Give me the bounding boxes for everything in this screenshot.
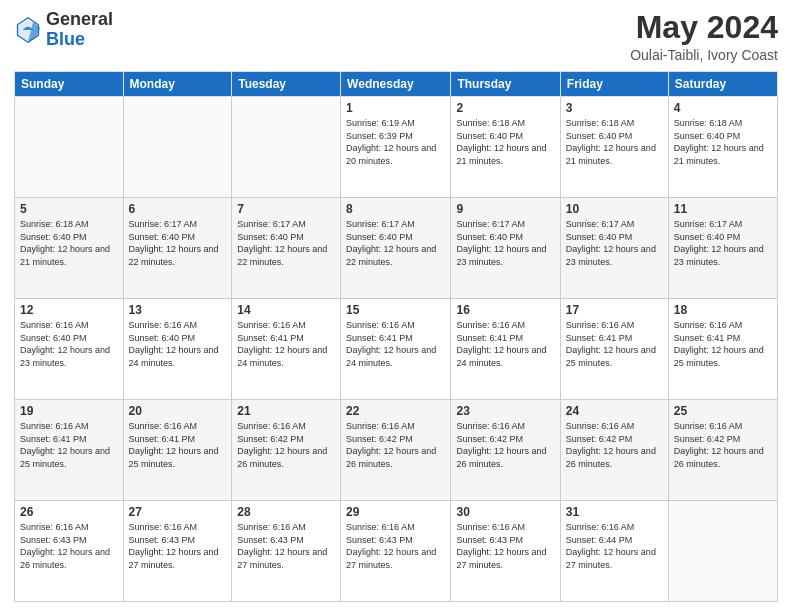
day-number: 6 [129,202,227,216]
day-cell: 16Sunrise: 6:16 AMSunset: 6:41 PMDayligh… [451,299,560,400]
day-cell: 28Sunrise: 6:16 AMSunset: 6:43 PMDayligh… [232,501,341,602]
day-info: Sunrise: 6:16 AMSunset: 6:42 PMDaylight:… [237,420,335,470]
day-info: Sunrise: 6:16 AMSunset: 6:43 PMDaylight:… [346,521,445,571]
day-number: 25 [674,404,772,418]
weekday-header-saturday: Saturday [668,72,777,97]
month-title: May 2024 [630,10,778,45]
day-number: 2 [456,101,554,115]
day-cell: 19Sunrise: 6:16 AMSunset: 6:41 PMDayligh… [15,400,124,501]
day-number: 3 [566,101,663,115]
day-cell: 14Sunrise: 6:16 AMSunset: 6:41 PMDayligh… [232,299,341,400]
weekday-header-row: SundayMondayTuesdayWednesdayThursdayFrid… [15,72,778,97]
day-number: 8 [346,202,445,216]
day-number: 11 [674,202,772,216]
day-info: Sunrise: 6:16 AMSunset: 6:42 PMDaylight:… [566,420,663,470]
day-info: Sunrise: 6:16 AMSunset: 6:40 PMDaylight:… [20,319,118,369]
weekday-header-friday: Friday [560,72,668,97]
day-number: 15 [346,303,445,317]
week-row-3: 12Sunrise: 6:16 AMSunset: 6:40 PMDayligh… [15,299,778,400]
day-info: Sunrise: 6:16 AMSunset: 6:41 PMDaylight:… [456,319,554,369]
day-number: 13 [129,303,227,317]
day-number: 31 [566,505,663,519]
day-number: 10 [566,202,663,216]
day-info: Sunrise: 6:16 AMSunset: 6:42 PMDaylight:… [674,420,772,470]
day-info: Sunrise: 6:17 AMSunset: 6:40 PMDaylight:… [237,218,335,268]
day-cell: 11Sunrise: 6:17 AMSunset: 6:40 PMDayligh… [668,198,777,299]
day-info: Sunrise: 6:16 AMSunset: 6:43 PMDaylight:… [20,521,118,571]
day-cell: 27Sunrise: 6:16 AMSunset: 6:43 PMDayligh… [123,501,232,602]
weekday-header-tuesday: Tuesday [232,72,341,97]
day-info: Sunrise: 6:16 AMSunset: 6:40 PMDaylight:… [129,319,227,369]
day-cell [668,501,777,602]
day-number: 16 [456,303,554,317]
day-number: 26 [20,505,118,519]
day-info: Sunrise: 6:16 AMSunset: 6:43 PMDaylight:… [237,521,335,571]
day-number: 9 [456,202,554,216]
day-number: 21 [237,404,335,418]
day-info: Sunrise: 6:16 AMSunset: 6:41 PMDaylight:… [237,319,335,369]
day-info: Sunrise: 6:19 AMSunset: 6:39 PMDaylight:… [346,117,445,167]
day-cell: 23Sunrise: 6:16 AMSunset: 6:42 PMDayligh… [451,400,560,501]
week-row-4: 19Sunrise: 6:16 AMSunset: 6:41 PMDayligh… [15,400,778,501]
day-cell: 24Sunrise: 6:16 AMSunset: 6:42 PMDayligh… [560,400,668,501]
day-cell: 30Sunrise: 6:16 AMSunset: 6:43 PMDayligh… [451,501,560,602]
day-info: Sunrise: 6:17 AMSunset: 6:40 PMDaylight:… [566,218,663,268]
day-cell: 18Sunrise: 6:16 AMSunset: 6:41 PMDayligh… [668,299,777,400]
day-info: Sunrise: 6:17 AMSunset: 6:40 PMDaylight:… [346,218,445,268]
day-cell: 2Sunrise: 6:18 AMSunset: 6:40 PMDaylight… [451,97,560,198]
calendar: SundayMondayTuesdayWednesdayThursdayFrid… [14,71,778,602]
day-info: Sunrise: 6:16 AMSunset: 6:41 PMDaylight:… [20,420,118,470]
day-info: Sunrise: 6:16 AMSunset: 6:43 PMDaylight:… [456,521,554,571]
day-info: Sunrise: 6:16 AMSunset: 6:41 PMDaylight:… [129,420,227,470]
day-number: 29 [346,505,445,519]
day-info: Sunrise: 6:16 AMSunset: 6:42 PMDaylight:… [346,420,445,470]
day-cell [15,97,124,198]
day-cell [123,97,232,198]
week-row-2: 5Sunrise: 6:18 AMSunset: 6:40 PMDaylight… [15,198,778,299]
day-cell: 3Sunrise: 6:18 AMSunset: 6:40 PMDaylight… [560,97,668,198]
day-info: Sunrise: 6:18 AMSunset: 6:40 PMDaylight:… [566,117,663,167]
day-cell: 26Sunrise: 6:16 AMSunset: 6:43 PMDayligh… [15,501,124,602]
week-row-5: 26Sunrise: 6:16 AMSunset: 6:43 PMDayligh… [15,501,778,602]
page: General Blue May 2024 Oulai-Taibli, Ivor… [0,0,792,612]
day-cell: 1Sunrise: 6:19 AMSunset: 6:39 PMDaylight… [341,97,451,198]
day-cell: 10Sunrise: 6:17 AMSunset: 6:40 PMDayligh… [560,198,668,299]
title-block: May 2024 Oulai-Taibli, Ivory Coast [630,10,778,63]
day-info: Sunrise: 6:18 AMSunset: 6:40 PMDaylight:… [674,117,772,167]
day-cell: 6Sunrise: 6:17 AMSunset: 6:40 PMDaylight… [123,198,232,299]
day-number: 1 [346,101,445,115]
day-cell: 17Sunrise: 6:16 AMSunset: 6:41 PMDayligh… [560,299,668,400]
day-cell: 31Sunrise: 6:16 AMSunset: 6:44 PMDayligh… [560,501,668,602]
logo: General Blue [14,10,113,50]
day-number: 14 [237,303,335,317]
day-cell: 8Sunrise: 6:17 AMSunset: 6:40 PMDaylight… [341,198,451,299]
weekday-header-monday: Monday [123,72,232,97]
day-number: 17 [566,303,663,317]
day-number: 12 [20,303,118,317]
day-cell: 25Sunrise: 6:16 AMSunset: 6:42 PMDayligh… [668,400,777,501]
day-number: 20 [129,404,227,418]
day-number: 5 [20,202,118,216]
day-number: 19 [20,404,118,418]
day-cell: 13Sunrise: 6:16 AMSunset: 6:40 PMDayligh… [123,299,232,400]
day-info: Sunrise: 6:16 AMSunset: 6:41 PMDaylight:… [346,319,445,369]
day-info: Sunrise: 6:16 AMSunset: 6:41 PMDaylight:… [674,319,772,369]
logo-blue-text: Blue [46,29,85,49]
day-cell: 15Sunrise: 6:16 AMSunset: 6:41 PMDayligh… [341,299,451,400]
day-cell: 20Sunrise: 6:16 AMSunset: 6:41 PMDayligh… [123,400,232,501]
day-number: 22 [346,404,445,418]
week-row-1: 1Sunrise: 6:19 AMSunset: 6:39 PMDaylight… [15,97,778,198]
day-info: Sunrise: 6:16 AMSunset: 6:42 PMDaylight:… [456,420,554,470]
day-number: 30 [456,505,554,519]
day-number: 18 [674,303,772,317]
day-cell: 7Sunrise: 6:17 AMSunset: 6:40 PMDaylight… [232,198,341,299]
day-cell: 21Sunrise: 6:16 AMSunset: 6:42 PMDayligh… [232,400,341,501]
weekday-header-sunday: Sunday [15,72,124,97]
day-number: 7 [237,202,335,216]
day-info: Sunrise: 6:16 AMSunset: 6:44 PMDaylight:… [566,521,663,571]
day-number: 4 [674,101,772,115]
day-cell: 5Sunrise: 6:18 AMSunset: 6:40 PMDaylight… [15,198,124,299]
day-info: Sunrise: 6:16 AMSunset: 6:41 PMDaylight:… [566,319,663,369]
day-number: 27 [129,505,227,519]
logo-general-text: General [46,9,113,29]
